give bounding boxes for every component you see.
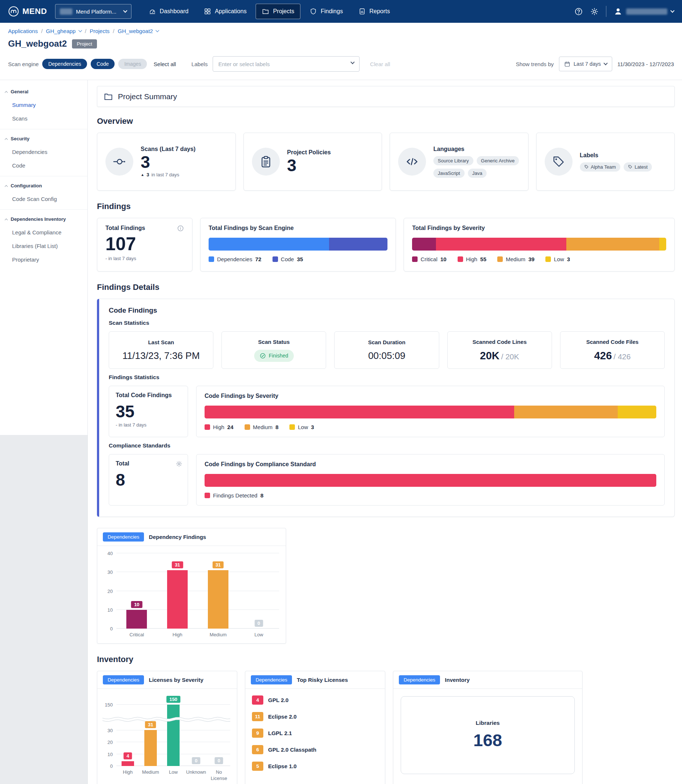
license-row-gpl-2-0-classpath[interactable]: 6GPL 2.0 Classpath (247, 741, 383, 758)
sidebar-item-code-scan-config[interactable]: Code Scan Config (0, 192, 88, 206)
sidebar-section-header-dependencies-inventory[interactable]: Dependencies Inventory (0, 213, 88, 225)
select-all-link[interactable]: Select all (153, 61, 176, 67)
sidebar-item-libraries-flat-list[interactable]: Libraries (Flat List) (0, 239, 88, 253)
date-range-dropdown[interactable]: Last 7 days (559, 57, 612, 71)
breadcrumb-applications[interactable]: Applications (8, 28, 38, 34)
scanned-files-value: 426 (594, 350, 612, 361)
legend-label: Low (298, 424, 308, 430)
chevron-down-icon[interactable] (79, 29, 82, 32)
license-row-lgpl-2-1[interactable]: 9LGPL 2.1 (247, 725, 383, 741)
main-content: Project Summary Overview Scans (Last 7 d… (88, 80, 682, 784)
bar-segment-low (659, 238, 666, 251)
bar-high[interactable] (121, 761, 134, 766)
legend-label: High (213, 424, 225, 430)
code-findings-panel: Code Findings Scan Statistics Last Scan … (97, 299, 675, 517)
bar-medium[interactable] (144, 730, 157, 766)
sidebar-item-code[interactable]: Code (0, 159, 88, 172)
by-compliance-title: Code Findings by Compliance Standard (205, 461, 316, 468)
tag-source-library[interactable]: Source Library (433, 156, 473, 165)
trends-controls: Show trends by Last 7 days 11/30/2023 - … (516, 57, 674, 71)
nav-item-dashboard[interactable]: Dashboard (142, 4, 194, 19)
sidebar-item-legal-compliance[interactable]: Legal & Compliance (0, 225, 88, 239)
labels-select-box (213, 56, 360, 72)
sidebar-item-proprietary[interactable]: Proprietary (0, 253, 88, 267)
x-tick-label: Low (238, 632, 279, 638)
x-tick-label: High (116, 769, 139, 782)
primary-nav: Dashboard Applications Projects Find (142, 4, 396, 19)
dependencies-badge: Dependencies (103, 675, 144, 685)
bar-value-label: 150 (166, 696, 180, 703)
settings-button[interactable] (590, 7, 599, 16)
user-menu[interactable] (614, 7, 674, 16)
bar-column-low: 150 (162, 696, 185, 766)
nav-item-projects[interactable]: Projects (256, 4, 300, 19)
legend-label: High (466, 256, 477, 262)
bar-column-medium: 31 (139, 696, 162, 766)
nav-item-label: Dashboard (160, 8, 188, 15)
sidebar-section-header-security[interactable]: Security (0, 132, 88, 145)
license-row-eclipse-1-0[interactable]: 5Eclipse 1.0 (247, 758, 383, 774)
bar-medium[interactable] (208, 570, 228, 629)
legend-swatch (272, 256, 278, 262)
legend-value: 72 (255, 256, 261, 262)
breadcrumb-separator: / (85, 28, 86, 34)
sidebar-item-scans[interactable]: Scans (0, 112, 88, 125)
tag-icon (628, 164, 633, 169)
nav-item-reports[interactable]: Reports (352, 4, 396, 19)
breadcrumb-project-name[interactable]: GH_webgoat2 (118, 28, 153, 34)
sidebar-item-summary[interactable]: Summary (0, 98, 88, 112)
engine-pill-code[interactable]: Code (91, 59, 115, 69)
org-selector-dropdown[interactable]: Mend Platform... (55, 4, 131, 19)
inventory-summary-title: Inventory (445, 677, 470, 683)
legend-label: Medium (253, 424, 272, 430)
breadcrumb-projects[interactable]: Projects (89, 28, 110, 34)
license-name: GPL 2.0 (268, 697, 288, 703)
left-column: GeneralSummaryScansSecurityDependenciesC… (0, 80, 88, 784)
mend-logo[interactable]: MEND (8, 6, 47, 17)
bar-low[interactable] (167, 705, 180, 766)
info-icon[interactable] (177, 225, 184, 232)
sidebar-item-dependencies[interactable]: Dependencies (0, 145, 88, 159)
chevron-down-icon[interactable] (156, 29, 159, 32)
license-row-eclipse-2-0[interactable]: 11Eclipse 2.0 (247, 708, 383, 725)
scan-status-card: Scan Status Finished (221, 331, 326, 369)
sidebar-section-header-configuration[interactable]: Configuration (0, 179, 88, 192)
tag-java[interactable]: Java (468, 169, 487, 178)
findings-by-severity-card: Total Findings by Severity Critical10Hig… (404, 218, 675, 271)
nav-item-findings[interactable]: Findings (303, 4, 349, 19)
help-button[interactable] (574, 7, 583, 16)
tag-latest[interactable]: Latest (624, 162, 652, 172)
trend-value: 3 (147, 172, 149, 177)
languages-card: Languages Source LibraryGeneric ArchiveJ… (390, 133, 529, 191)
breadcrumb-application-name[interactable]: GH_gheapp (46, 28, 76, 34)
bar-segment-dependencies (209, 238, 329, 251)
legend-item-high: High55 (457, 256, 487, 262)
bar-critical[interactable] (126, 610, 147, 629)
chevron-up-icon (5, 218, 8, 221)
last-scan-card: Last Scan 11/13/23, 7:36 PM (109, 331, 214, 369)
sidebar-section-header-general[interactable]: General (0, 85, 88, 98)
license-row-gpl-2-0[interactable]: 4GPL 2.0 (247, 692, 383, 708)
engine-pill-images[interactable]: Images (118, 59, 147, 69)
bar-value-label: 0 (215, 757, 223, 764)
scan-statistics-title: Scan Statistics (109, 319, 665, 326)
tag-javascript[interactable]: JavaScript (433, 169, 465, 178)
settings-gear-button[interactable] (175, 460, 183, 467)
nav-item-applications[interactable]: Applications (198, 4, 253, 19)
scan-duration-value: 00:05:09 (368, 350, 405, 361)
total-code-findings-title: Total Code Findings (116, 392, 172, 399)
legend-item-low: Low3 (289, 424, 314, 430)
clear-all-link[interactable]: Clear all (370, 61, 390, 67)
license-name: Eclipse 2.0 (268, 714, 297, 720)
code-by-severity-stacked-bar (205, 406, 656, 418)
engine-pill-dependencies[interactable]: Dependencies (42, 59, 87, 69)
findings-statistics-row: Total Code Findings 35 - in last 7 days … (109, 386, 665, 437)
bar-column-medium: 31 (198, 553, 239, 629)
labels-input[interactable] (213, 56, 360, 72)
scan-status-text: Finished (269, 353, 288, 359)
scanned-code-lines-card: Scanned Code Lines 20K / 20K (447, 331, 552, 369)
libraries-count-box[interactable]: Libraries 168 (401, 696, 575, 774)
tag-alpha-team[interactable]: Alpha Team (580, 162, 620, 172)
tag-generic-archive[interactable]: Generic Archive (477, 156, 519, 165)
bar-high[interactable] (167, 570, 188, 629)
